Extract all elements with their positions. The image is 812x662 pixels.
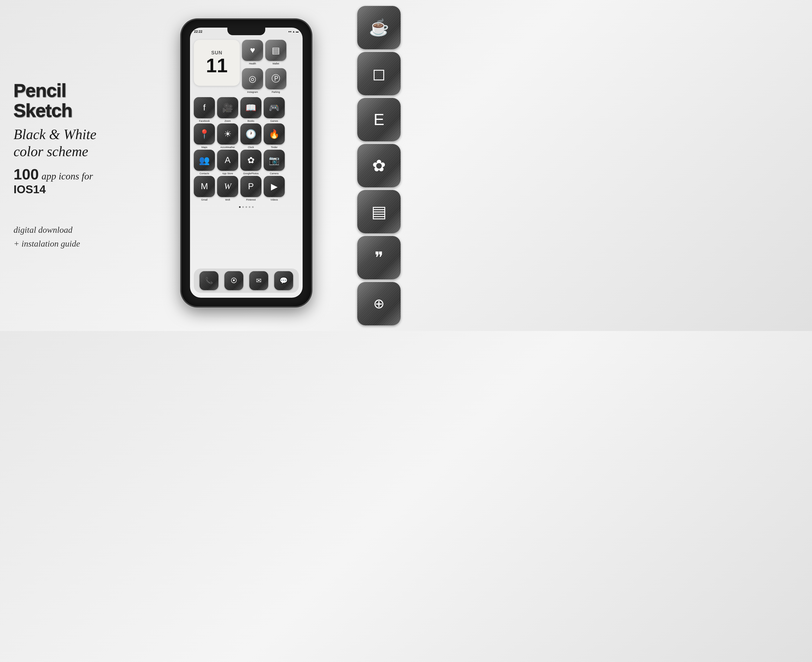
app-tinder-cell: 🔥 Tinder	[264, 124, 285, 149]
phone-frame: 22:22 ●● ▲ ▬ SUN 11	[181, 19, 311, 306]
count-number: 100	[13, 166, 39, 183]
wallet-label: Wallet	[273, 62, 279, 65]
app-pinterest-cell: P Pinterest	[240, 176, 262, 201]
flower-big-icon[interactable]: ✿	[357, 144, 400, 187]
calendar-number: 11	[206, 56, 228, 75]
phone-dock-icon[interactable]: 📞	[199, 271, 219, 290]
subtitle-script: Black & White color scheme	[13, 126, 127, 160]
games-icon[interactable]: 🎮	[264, 97, 285, 118]
app-parking-cell: Ⓟ Parking	[265, 68, 286, 93]
accuweather-label: AccuWeather	[220, 146, 235, 149]
etsy-big-icon[interactable]: E	[357, 98, 400, 141]
messages-dock-icon[interactable]: 💬	[274, 271, 293, 290]
right-panel: ☕ ◻ E ✿ ▤ ❞ ⊕	[352, 0, 406, 331]
accuweather-icon[interactable]: ☀	[217, 124, 238, 145]
app-appstore-cell: A App Store	[217, 149, 238, 175]
status-time: 22:22	[194, 30, 203, 34]
title-sketch: Pencil Sketch	[13, 80, 127, 121]
pinterest-label: Pinterest	[246, 198, 256, 201]
count-line: 100 app icons for IOS14	[13, 166, 127, 196]
app-videos-cell: ▶ Videos	[264, 176, 285, 201]
camera-icon[interactable]: 📷	[264, 149, 285, 171]
app-mail-cell: ✉	[249, 271, 268, 290]
app-games-cell: 🎮 Games	[264, 97, 285, 122]
parking-label: Parking	[272, 91, 280, 93]
videos-icon[interactable]: ▶	[264, 176, 285, 197]
dock: 📞 ⦿ ✉	[194, 268, 299, 293]
app-books-cell: 📖 Books	[240, 97, 262, 122]
contacts-label: Contacts	[199, 172, 209, 175]
app-phone-cell: 📞	[199, 271, 219, 290]
thread-big-icon[interactable]: ⊕	[357, 282, 400, 325]
app-safari-cell: ⦿	[224, 271, 243, 290]
dot-1	[239, 206, 241, 208]
zoom-icon[interactable]: 🎥	[217, 97, 238, 118]
googlephotos-icon[interactable]: ✿	[240, 149, 262, 171]
googlephotos-label: GooglePhotos	[243, 172, 259, 175]
health-icon[interactable]: ♥	[242, 40, 263, 61]
books-label: Books	[248, 120, 254, 122]
app-wolt-cell: W Wolt	[217, 176, 238, 201]
app-gmail-cell: M Gmail	[194, 176, 215, 201]
widget-row: SUN 11 ♥ Health	[194, 40, 299, 95]
mail-dock-icon[interactable]: ✉	[249, 271, 268, 290]
dot-4	[249, 206, 250, 208]
app-contacts-cell: 👥 Contacts	[194, 149, 215, 175]
app-zoom-cell: 🎥 Zoom	[217, 97, 238, 122]
books-icon[interactable]: 📖	[240, 97, 262, 118]
app-row-6: M Gmail W Wolt P	[194, 176, 299, 201]
app-googlephotos-cell: ✿ GooglePhotos	[240, 149, 262, 175]
phone-mockup: 22:22 ●● ▲ ▬ SUN 11	[176, 17, 317, 315]
coffee-big-icon[interactable]: ☕	[357, 6, 400, 49]
maps-icon[interactable]: 📍	[194, 124, 215, 145]
camera-label: Camera	[270, 172, 278, 175]
maps-label: Maps	[201, 146, 207, 149]
wolt-icon[interactable]: W	[217, 176, 238, 197]
wifi-icon: ▲	[292, 30, 295, 33]
clock-icon[interactable]: 🕐	[240, 124, 262, 145]
signal-icon: ●●	[288, 30, 291, 33]
app-messages-cell: 💬	[274, 271, 293, 290]
app-camera-cell: 📷 Camera	[264, 149, 285, 175]
battery-icon: ▬	[296, 30, 299, 33]
wolt-label: Wolt	[225, 198, 230, 201]
app-row-4: 📍 Maps ☀ AccuWeather	[194, 124, 299, 149]
tinder-label: Tinder	[271, 146, 277, 149]
gmail-label: Gmail	[201, 198, 207, 201]
appstore-label: App Store	[222, 172, 233, 175]
box-big-icon[interactable]: ◻	[357, 52, 400, 95]
parking-icon[interactable]: Ⓟ	[265, 68, 286, 89]
contacts-icon[interactable]: 👥	[194, 149, 215, 171]
safari-dock-icon[interactable]: ⦿	[224, 271, 243, 290]
appstore-icon[interactable]: A	[217, 149, 238, 171]
videos-label: Videos	[270, 198, 278, 201]
phone-screen: 22:22 ●● ▲ ▬ SUN 11	[190, 27, 302, 298]
pinterest-icon[interactable]: P	[240, 176, 262, 197]
games-label: Games	[270, 120, 278, 122]
bottom-text: digital download + instalation guide	[13, 223, 127, 251]
quotes-big-icon[interactable]: ❞	[357, 236, 400, 279]
health-label: Health	[249, 62, 256, 65]
instagram-icon[interactable]: ◎	[242, 68, 263, 89]
gmail-icon[interactable]: M	[194, 176, 215, 197]
page-dots	[194, 202, 299, 212]
app-wallet-cell: ▤ Wallet	[265, 40, 286, 65]
calendar-widget: SUN 11	[194, 40, 240, 86]
left-panel: Pencil Sketch Black & White color scheme…	[0, 69, 141, 262]
card-big-icon[interactable]: ▤	[357, 190, 400, 233]
clock-label: Clock	[248, 146, 254, 149]
zoom-label: Zoom	[224, 120, 231, 122]
app-health-cell: ♥ Health	[242, 40, 263, 65]
wallet-app-icon[interactable]: ▤	[265, 40, 286, 61]
app-row-5: 👥 Contacts A App Store	[194, 149, 299, 175]
second-right-row: ◎ Instagram Ⓟ Parking	[242, 68, 286, 93]
app-clock-cell: 🕐 Clock	[240, 124, 262, 149]
dot-2	[242, 206, 244, 208]
count-text: app icons for	[42, 171, 93, 182]
status-icons: ●● ▲ ▬	[288, 30, 299, 33]
app-accuweather-cell: ☀ AccuWeather	[217, 124, 238, 149]
facebook-icon[interactable]: f	[194, 97, 215, 118]
phone-notch	[227, 27, 265, 35]
tinder-icon[interactable]: 🔥	[264, 124, 285, 145]
app-row-3: f Facebook 🎥 Zoom 📖	[194, 97, 299, 122]
